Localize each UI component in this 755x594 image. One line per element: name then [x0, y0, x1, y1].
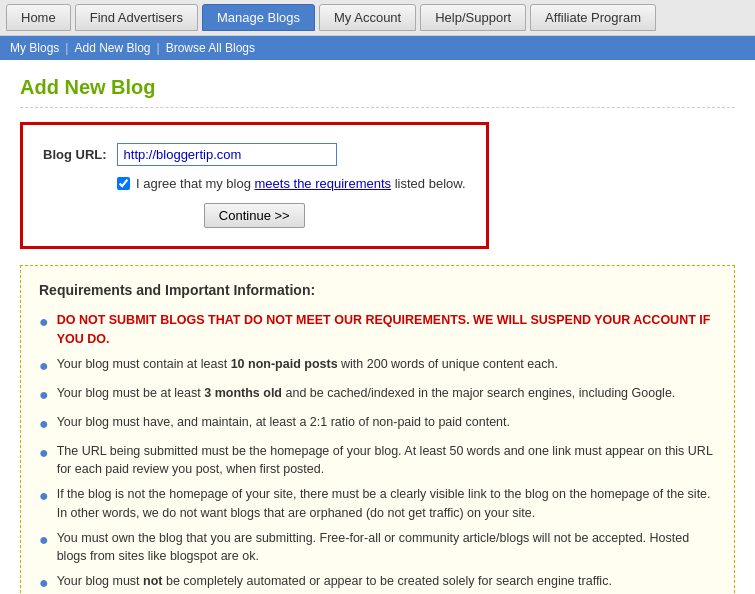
add-blog-form-box: Blog URL: I agree that my blog meets the… — [20, 122, 489, 249]
req-item-text: DO NOT SUBMIT BLOGS THAT DO NOT MEET OUR… — [57, 311, 716, 349]
list-item: ● If the blog is not the homepage of you… — [39, 485, 716, 523]
blog-url-label: Blog URL: — [43, 147, 107, 162]
bullet-icon: ● — [39, 571, 49, 594]
nav-tab-affiliate-program[interactable]: Affiliate Program — [530, 4, 656, 31]
req-item-text: The URL being submitted must be the home… — [57, 442, 716, 480]
agreement-checkbox[interactable] — [117, 177, 130, 190]
agreement-label: I agree that my blog meets the requireme… — [136, 176, 466, 191]
subnav-add-new-blog[interactable]: Add New Blog — [74, 41, 150, 55]
requirements-box: Requirements and Important Information: … — [20, 265, 735, 594]
requirements-link[interactable]: meets the requirements — [255, 176, 392, 191]
req-item-text: Your blog must not be completely automat… — [57, 572, 716, 591]
bullet-icon: ● — [39, 528, 49, 552]
requirements-list: ● DO NOT SUBMIT BLOGS THAT DO NOT MEET O… — [39, 311, 716, 594]
list-item: ● Your blog must not be completely autom… — [39, 572, 716, 594]
list-item: ● Your blog must be at least 3 months ol… — [39, 384, 716, 407]
sub-navigation: My Blogs | Add New Blog | Browse All Blo… — [0, 36, 755, 60]
continue-button[interactable]: Continue >> — [204, 203, 305, 228]
subnav-my-blogs[interactable]: My Blogs — [10, 41, 59, 55]
nav-tab-help-support[interactable]: Help/Support — [420, 4, 526, 31]
nav-tab-manage-blogs[interactable]: Manage Blogs — [202, 4, 315, 31]
nav-tab-my-account[interactable]: My Account — [319, 4, 416, 31]
agreement-text-after: listed below. — [391, 176, 465, 191]
req-item-text: If the blog is not the homepage of your … — [57, 485, 716, 523]
subnav-browse-all-blogs[interactable]: Browse All Blogs — [166, 41, 255, 55]
req-item-text: You must own the blog that you are submi… — [57, 529, 716, 567]
bullet-icon: ● — [39, 484, 49, 508]
list-item: ● The URL being submitted must be the ho… — [39, 442, 716, 480]
req-item-text: Your blog must contain at least 10 non-p… — [57, 355, 716, 374]
agreement-text-before: I agree that my blog — [136, 176, 255, 191]
list-item: ● Your blog must contain at least 10 non… — [39, 355, 716, 378]
list-item: ● You must own the blog that you are sub… — [39, 529, 716, 567]
requirements-title: Requirements and Important Information: — [39, 280, 716, 301]
top-navigation: Home Find Advertisers Manage Blogs My Ac… — [0, 0, 755, 36]
agreement-row: I agree that my blog meets the requireme… — [117, 176, 466, 191]
blog-url-row: Blog URL: — [43, 143, 466, 166]
blog-url-input[interactable] — [117, 143, 337, 166]
req-item-text: Your blog must be at least 3 months old … — [57, 384, 716, 403]
req-item-text: Your blog must have, and maintain, at le… — [57, 413, 716, 432]
bullet-icon: ● — [39, 354, 49, 378]
list-item: ● DO NOT SUBMIT BLOGS THAT DO NOT MEET O… — [39, 311, 716, 349]
page-content: Add New Blog Blog URL: I agree that my b… — [0, 60, 755, 594]
nav-tab-home[interactable]: Home — [6, 4, 71, 31]
bullet-icon: ● — [39, 310, 49, 334]
nav-tab-find-advertisers[interactable]: Find Advertisers — [75, 4, 198, 31]
subnav-sep-2: | — [157, 41, 160, 55]
bullet-icon: ● — [39, 383, 49, 407]
list-item: ● Your blog must have, and maintain, at … — [39, 413, 716, 436]
bullet-icon: ● — [39, 412, 49, 436]
page-title: Add New Blog — [20, 76, 735, 108]
bullet-icon: ● — [39, 441, 49, 465]
subnav-sep-1: | — [65, 41, 68, 55]
